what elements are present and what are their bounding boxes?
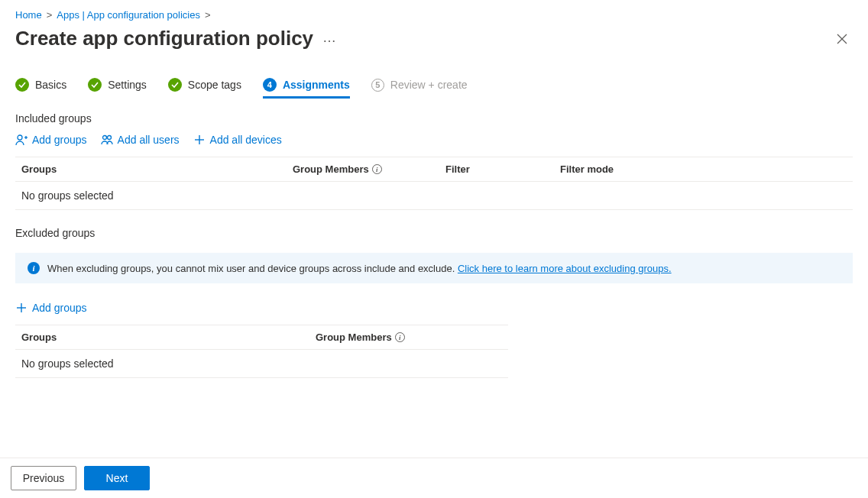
excluded-groups-table: Groups Group Members i No groups selecte… [15,325,508,378]
table-header: Groups Group Members i Filter Filter mod… [15,157,853,182]
info-icon[interactable]: i [372,164,382,174]
learn-more-link[interactable]: Click here to learn more about excluding… [458,263,672,274]
excluded-groups-heading: Excluded groups [15,227,853,239]
wizard-step-basics[interactable]: Basics [15,78,66,99]
next-button[interactable]: Next [84,466,150,490]
svg-point-5 [102,136,106,140]
action-label: Add groups [32,302,87,314]
info-icon[interactable]: i [395,332,405,342]
person-add-icon [15,134,28,146]
wizard-step-label: Basics [35,79,66,91]
close-button[interactable] [831,28,853,50]
add-groups-button[interactable]: Add groups [15,134,87,146]
check-icon [88,78,102,92]
col-filter-mode: Filter mode [560,163,853,175]
wizard-footer: Previous Next [0,458,868,498]
info-icon: i [28,262,40,274]
svg-point-6 [107,136,111,140]
wizard-tabs: Basics Settings Scope tags 4 Assignments… [15,78,853,99]
page-title: Create app configuration policy [15,27,313,50]
table-header: Groups Group Members i [15,325,508,350]
people-icon [101,134,113,146]
chevron-right-icon: > [205,9,211,21]
step-number-icon: 4 [263,78,277,92]
col-group-members: Group Members i [316,331,508,343]
add-all-users-button[interactable]: Add all users [101,134,180,146]
add-all-devices-button[interactable]: Add all devices [193,134,282,146]
message-text: When excluding groups, you cannot mix us… [47,263,672,274]
check-icon [168,78,182,92]
excluded-groups-empty: No groups selected [15,350,508,378]
wizard-step-label: Settings [108,79,147,91]
title-row: Create app configuration policy … [15,27,853,50]
check-icon [15,78,29,92]
step-number-icon: 5 [371,79,384,92]
col-groups: Groups [21,163,293,175]
included-groups-table: Groups Group Members i Filter Filter mod… [15,157,853,210]
previous-button[interactable]: Previous [11,466,76,490]
wizard-step-assignments[interactable]: 4 Assignments [263,78,350,99]
breadcrumb: Home > Apps | App configuration policies… [15,9,853,21]
wizard-step-review-create: 5 Review + create [371,79,468,99]
excluded-groups-section: Excluded groups i When excluding groups,… [15,227,853,378]
svg-point-2 [18,135,22,140]
col-groups: Groups [21,331,316,343]
breadcrumb-apps[interactable]: Apps | App configuration policies [57,9,200,21]
action-label: Add groups [32,134,87,146]
chevron-right-icon: > [47,9,53,21]
more-actions-button[interactable]: … [322,31,338,47]
col-group-members: Group Members i [293,163,445,175]
included-groups-section: Included groups Add groups Add all users… [15,112,853,210]
wizard-step-settings[interactable]: Settings [88,78,147,99]
plus-icon [193,134,206,146]
wizard-step-label: Assignments [283,79,350,91]
plus-icon [15,302,28,314]
add-groups-button[interactable]: Add groups [15,302,87,314]
wizard-step-label: Review + create [390,79,468,91]
included-groups-empty: No groups selected [15,182,853,210]
wizard-step-scope-tags[interactable]: Scope tags [168,78,241,99]
close-icon [837,34,847,44]
excluded-actions: Add groups [15,302,853,314]
breadcrumb-home[interactable]: Home [15,9,42,21]
action-label: Add all users [118,134,180,146]
included-groups-heading: Included groups [15,112,853,124]
action-label: Add all devices [210,134,282,146]
included-actions: Add groups Add all users Add all devices [15,134,853,146]
excluded-info-message: i When excluding groups, you cannot mix … [15,253,853,283]
wizard-step-label: Scope tags [188,79,241,91]
col-filter: Filter [445,163,560,175]
